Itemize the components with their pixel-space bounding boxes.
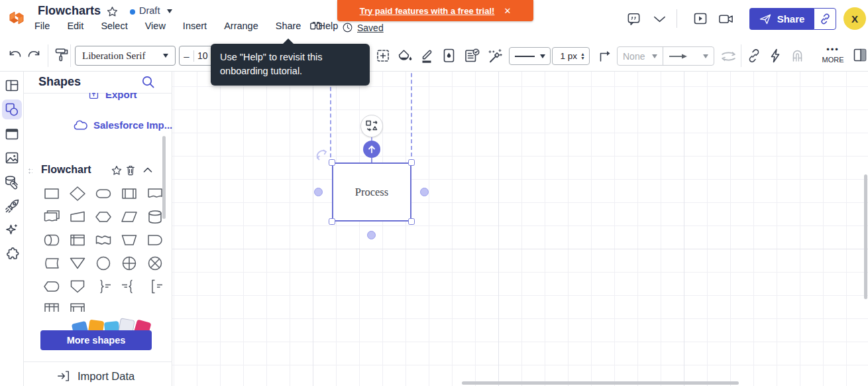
document-title[interactable]: Flowcharts [38, 4, 101, 18]
shape-delay[interactable] [145, 230, 165, 250]
status-caret-icon[interactable] [167, 9, 172, 13]
shape-summing-junction[interactable] [145, 253, 165, 273]
magnetize-icon[interactable] [790, 48, 805, 63]
magic-wand-icon[interactable] [486, 46, 504, 65]
menu-item-share[interactable]: Share [276, 21, 301, 31]
trial-banner-link[interactable]: Try paid features with a free trial! [360, 6, 495, 16]
shape-brace-left[interactable] [119, 277, 139, 296]
shape-manual-input[interactable] [68, 207, 87, 227]
copy-link-button[interactable] [814, 8, 836, 30]
format-painter-icon[interactable] [53, 46, 70, 64]
dock-rocket-icon[interactable] [2, 196, 22, 216]
more-tools-button[interactable]: ••• MORE [819, 46, 847, 64]
dock-data-linking-icon[interactable] [2, 172, 22, 192]
line-style-select[interactable] [509, 47, 551, 65]
connector-type-icon[interactable] [598, 48, 614, 64]
change-shape-button[interactable] [360, 115, 383, 137]
shape-internal-storage[interactable] [68, 230, 87, 250]
dock-images-icon[interactable] [2, 148, 22, 168]
doc-status-label[interactable]: Draft [139, 5, 160, 16]
resize-handle-sw[interactable] [329, 218, 335, 225]
shape-database[interactable] [145, 207, 165, 227]
hyperlink-icon[interactable] [746, 48, 762, 64]
fill-color-icon[interactable] [396, 47, 414, 64]
lucid-logo-icon[interactable] [8, 9, 25, 27]
video-camera-icon[interactable] [718, 12, 734, 26]
saved-label[interactable]: Saved [357, 23, 384, 33]
resize-handle-nw[interactable] [329, 159, 335, 166]
dock-shapes-icon[interactable] [2, 99, 22, 119]
dock-integrations-icon[interactable] [2, 243, 22, 263]
dock-templates-icon[interactable] [2, 76, 22, 96]
more-shapes-button[interactable]: More shapes [40, 330, 152, 350]
shape-brace-right[interactable] [93, 277, 113, 296]
shape-table-header[interactable] [68, 299, 87, 312]
shape-table-grid[interactable] [42, 299, 62, 312]
shape-preparation[interactable] [93, 207, 113, 227]
process-shape[interactable]: Process [332, 162, 411, 222]
menu-item-edit[interactable]: Edit [67, 21, 83, 31]
shape-bracket-note[interactable] [145, 277, 165, 296]
shape-data[interactable] [119, 207, 139, 227]
line-start-select[interactable]: None [618, 47, 663, 65]
collapse-section-chevron-icon[interactable] [142, 166, 153, 174]
vertical-scrollbar[interactable] [864, 174, 867, 299]
collapse-header-chevron-icon[interactable] [652, 14, 667, 24]
remove-library-trash-icon[interactable] [125, 164, 136, 176]
favorite-star-icon[interactable] [106, 5, 119, 18]
resize-handle-ne[interactable] [408, 159, 415, 166]
shape-paper-tape[interactable] [93, 230, 113, 250]
shape-display[interactable] [42, 277, 62, 296]
line-weight-stepper[interactable]: 1 px ▲ ▼ [552, 47, 590, 65]
shape-direct-access-storage[interactable] [42, 230, 62, 250]
font-size-decrease-button[interactable]: – [180, 50, 194, 62]
save-status[interactable]: Saved [342, 22, 384, 33]
font-family-select[interactable]: Liberation Serif [75, 46, 176, 66]
connection-point-left[interactable] [314, 188, 323, 196]
right-panel-toggle-icon[interactable] [853, 48, 867, 62]
comments-icon[interactable] [626, 11, 641, 27]
quick-actions-lightning-icon[interactable] [767, 47, 783, 64]
share-button[interactable]: Share [749, 8, 814, 30]
search-menus-icon[interactable] [309, 21, 323, 34]
drag-handle-icon[interactable] [28, 168, 32, 175]
shape-decision[interactable] [68, 184, 87, 204]
library-item-export[interactable]: Export [87, 93, 137, 101]
connection-point-bottom[interactable] [367, 231, 376, 239]
menu-item-select[interactable]: Select [101, 21, 127, 31]
line-end-select[interactable] [663, 47, 714, 65]
menu-item-insert[interactable]: Insert [183, 21, 207, 31]
shape-multiple-documents[interactable] [42, 207, 62, 227]
shape-terminator[interactable] [93, 184, 113, 204]
redo-button[interactable] [27, 48, 42, 64]
line-color-icon[interactable] [419, 46, 435, 65]
dock-frames-icon[interactable] [2, 124, 22, 144]
favorite-library-star-icon[interactable] [111, 164, 123, 176]
shape-process[interactable] [42, 184, 62, 204]
import-data-button[interactable]: Import Data [56, 369, 135, 383]
shape-connector[interactable] [93, 253, 113, 273]
menu-item-arrange[interactable]: Arrange [224, 21, 258, 31]
library-item-salesforce-imp[interactable]: Salesforce Imp... [73, 119, 172, 131]
add-shape-up-button[interactable] [363, 141, 380, 158]
present-icon[interactable] [692, 11, 708, 26]
menu-item-file[interactable]: File [34, 21, 50, 31]
user-avatar[interactable]: X [843, 7, 866, 30]
dock-magic-icon[interactable] [2, 220, 22, 239]
connection-point-right[interactable] [420, 188, 429, 196]
menu-item-view[interactable]: View [145, 21, 166, 31]
frame-container-icon[interactable] [374, 47, 392, 64]
swap-connector-icon[interactable] [720, 50, 737, 63]
shape-search-icon[interactable] [140, 74, 156, 90]
line-weight-down-icon[interactable]: ▼ [580, 56, 585, 60]
rotate-handle-icon[interactable] [315, 148, 329, 162]
shape-or[interactable] [119, 253, 139, 273]
drawing-canvas[interactable]: Process [172, 72, 868, 386]
shape-manual-operation[interactable] [119, 230, 139, 250]
shape-document[interactable] [145, 184, 165, 204]
process-shape-label[interactable]: Process [355, 186, 388, 199]
banner-close-icon[interactable]: ✕ [504, 6, 511, 16]
shape-merge[interactable] [68, 253, 87, 273]
undo-button[interactable] [7, 48, 23, 64]
shape-data-icon[interactable] [463, 47, 481, 64]
